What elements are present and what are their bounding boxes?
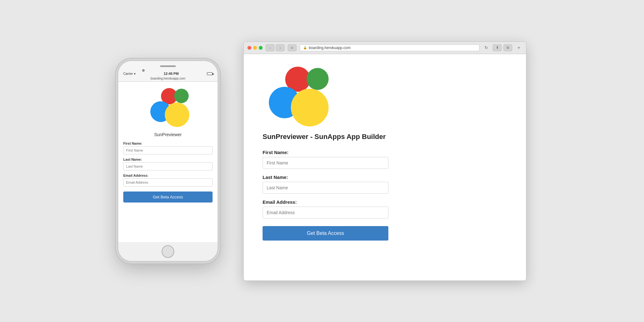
back-button[interactable]: ‹ <box>266 44 275 51</box>
circle-yellow <box>165 103 189 127</box>
phone-lastname-input[interactable] <box>123 162 213 170</box>
phone-status-bar: Carrier ▾ 12:46 PM <box>118 70 218 76</box>
phone-bottom-bar <box>118 242 218 261</box>
tabs-button[interactable]: ⧉ <box>503 44 512 51</box>
maximize-button[interactable] <box>259 46 263 50</box>
browser-email-label: Email Address: <box>263 199 388 205</box>
url-text: boarding.herokuapp.com <box>309 46 351 50</box>
plus-icon: + <box>517 45 520 51</box>
phone-device: Carrier ▾ 12:46 PM boarding.herokuapp.co… <box>118 60 218 262</box>
phone-submit-button[interactable]: Get Beta Access <box>123 192 213 203</box>
traffic-lights <box>247 46 263 50</box>
battery-icon <box>207 72 213 75</box>
tabs-icon: ⧉ <box>507 46 509 50</box>
forward-button[interactable]: › <box>276 44 285 51</box>
phone-email-input[interactable] <box>123 178 213 186</box>
browser-toolbar: ‹ › ⊡ 🔒 boarding.herokuapp.com ↻ ⬆ ⧉ + <box>244 42 526 54</box>
phone-camera <box>142 69 145 72</box>
phone-email-label: Email Address: <box>123 174 213 177</box>
reload-button[interactable]: ↻ <box>483 44 490 51</box>
phone-url-bar: boarding.herokuapp.com <box>118 76 218 81</box>
phone-form: First Name: Last Name: Email Address: Ge… <box>123 142 213 203</box>
phone-speaker <box>160 65 176 67</box>
carrier-text: Carrier <box>123 72 133 75</box>
minimize-button[interactable] <box>253 46 257 50</box>
carrier-label: Carrier ▾ <box>123 72 136 75</box>
circle-green <box>174 89 189 103</box>
sidebar-icon: ⊡ <box>291 46 293 49</box>
browser-window: ‹ › ⊡ 🔒 boarding.herokuapp.com ↻ ⬆ ⧉ + <box>243 42 526 281</box>
browser-lastname-input[interactable] <box>263 182 388 194</box>
phone-content: SunPreviewer First Name: Last Name: Emai… <box>118 82 218 242</box>
address-bar[interactable]: 🔒 boarding.herokuapp.com <box>300 44 480 51</box>
reload-icon: ↻ <box>485 45 488 50</box>
browser-firstname-label: First Name: <box>263 150 388 155</box>
share-button[interactable]: ⬆ <box>493 44 502 51</box>
nav-buttons: ‹ › <box>266 44 285 51</box>
battery-area <box>207 72 213 75</box>
back-icon: ‹ <box>269 46 271 50</box>
phone-mockup: Carrier ▾ 12:46 PM boarding.herokuapp.co… <box>118 60 218 262</box>
forward-icon: › <box>280 46 281 50</box>
share-icon: ⬆ <box>496 46 499 50</box>
new-tab-button[interactable]: + <box>515 44 522 51</box>
lock-icon: 🔒 <box>303 46 307 49</box>
browser-app-title: SunPreviewer - SunApps App Builder <box>263 133 386 141</box>
wifi-icon: ▾ <box>134 72 136 75</box>
time-display: 12:46 PM <box>164 72 179 75</box>
phone-logo <box>146 88 190 129</box>
browser-email-input[interactable] <box>263 207 388 219</box>
phone-app-title: SunPreviewer <box>154 132 181 137</box>
browser-page-content: SunPreviewer - SunApps App Builder First… <box>244 54 526 280</box>
close-button[interactable] <box>247 46 251 50</box>
phone-firstname-label: First Name: <box>123 142 213 145</box>
browser-lastname-label: Last Name: <box>263 175 388 180</box>
browser-form: First Name: Last Name: Email Address: Ge… <box>263 150 388 241</box>
browser-circle-green <box>307 68 329 90</box>
browser-circle-yellow <box>291 89 329 126</box>
browser-submit-button[interactable]: Get Beta Access <box>263 226 388 241</box>
phone-lastname-label: Last Name: <box>123 158 213 161</box>
home-button[interactable] <box>162 245 174 258</box>
phone-firstname-input[interactable] <box>123 146 213 154</box>
browser-logo <box>263 67 332 130</box>
browser-firstname-input[interactable] <box>263 157 388 169</box>
browser-right-buttons: ⬆ ⧉ <box>493 44 512 51</box>
sidebar-button[interactable]: ⊡ <box>288 44 297 51</box>
